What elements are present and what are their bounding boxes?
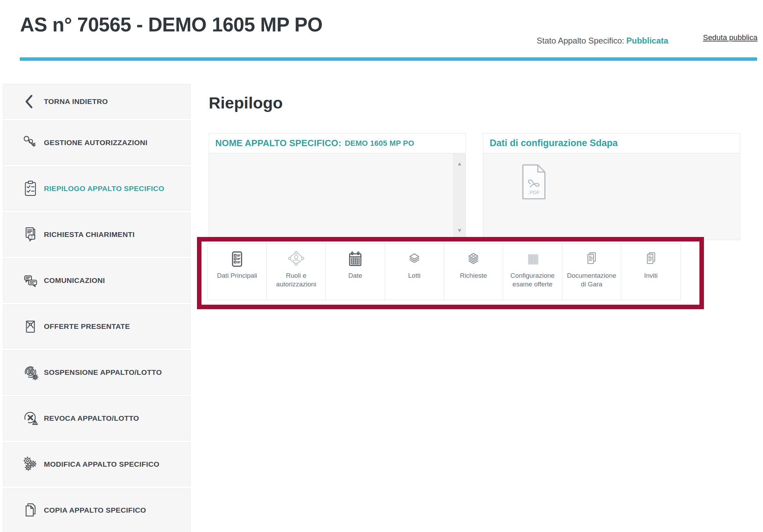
seduta-pubblica-link[interactable]: Seduta pubblica bbox=[703, 33, 757, 42]
clipboard-checklist-icon bbox=[22, 180, 39, 197]
sidebar-item-label: GESTIONE AUTORIZZAZIONI bbox=[44, 139, 148, 147]
documents-icon bbox=[642, 249, 660, 269]
layers-stack-icon bbox=[405, 249, 423, 269]
shortcut-documentazione-di-gara[interactable]: Documentazione di Gara bbox=[562, 244, 621, 300]
sidebar-item-label: RIEPILOGO APPALTO SPECIFICO bbox=[44, 184, 164, 193]
document-question-icon: ? bbox=[22, 226, 39, 243]
shortcut-date[interactable]: Date bbox=[326, 244, 385, 300]
sdapa-config-panel: Dati di configurazione Sdapa .PDF bbox=[483, 133, 740, 240]
sidebar-item-label: REVOCA APPALTO/LOTTO bbox=[44, 414, 139, 422]
page-section-title: Riepilogo bbox=[209, 93, 283, 112]
shortcut-label: Inviti bbox=[644, 272, 658, 280]
highlight-border-box: Dati PrincipaliRuoli e autorizzazioniDat… bbox=[197, 237, 704, 309]
shortcut-label: Lotti bbox=[408, 272, 421, 280]
layers-stack-dense-icon bbox=[464, 249, 482, 269]
svg-text:?: ? bbox=[31, 235, 33, 239]
package-ribbon-icon bbox=[22, 318, 39, 335]
sdapa-config-panel-header: Dati di configurazione Sdapa bbox=[483, 133, 740, 153]
cancel-circle-warning-icon bbox=[22, 410, 39, 427]
header-divider bbox=[20, 57, 757, 61]
copy-pages-icon bbox=[22, 502, 39, 519]
sidebar-item-copia-appalto-specifico[interactable]: COPIA APPALTO SPECIFICO bbox=[3, 488, 191, 532]
sidebar-item-sospensione-appalto-lotto[interactable]: SOSPENSIONE APPALTO/LOTTO bbox=[3, 350, 191, 395]
shortcut-lotti[interactable]: Lotti bbox=[385, 244, 444, 300]
sdapa-config-panel-body: .PDF bbox=[483, 153, 740, 240]
sidebar-item-richiesta-chiarimenti[interactable]: ?RICHIESTA CHIARIMENTI bbox=[3, 212, 191, 257]
sidebar-item-label: RICHIESTA CHIARIMENTI bbox=[44, 230, 135, 239]
shortcut-label: Documentazione di Gara bbox=[564, 272, 619, 288]
nome-appalto-panel-header: NOME APPALTO SPECIFICO: DEMO 1605 MP PO bbox=[209, 133, 465, 153]
status-line: Stato Appalto Specifico:Pubblicata bbox=[537, 36, 668, 46]
chat-bubbles-icon bbox=[22, 272, 39, 289]
shortcut-richieste[interactable]: Richieste bbox=[444, 244, 503, 300]
sidebar-item-label: COMUNICAZIONI bbox=[44, 276, 105, 285]
grid-circles-icon bbox=[524, 249, 541, 269]
sidebar-item-riepilogo-appalto-specifico[interactable]: RIEPILOGO APPALTO SPECIFICO bbox=[3, 167, 191, 211]
sidebar-item-label: OFFERTE PRESENTATE bbox=[44, 322, 130, 331]
gears-icon bbox=[22, 456, 39, 473]
sidebar-item-offerte-presentate[interactable]: OFFERTE PRESENTATE bbox=[3, 304, 191, 349]
page-title: AS n° 70565 - DEMO 1605 MP PO bbox=[20, 13, 322, 36]
shortcut-inviti[interactable]: Inviti bbox=[621, 244, 680, 300]
keys-icon bbox=[22, 134, 39, 151]
pdf-file-icon[interactable]: .PDF bbox=[520, 164, 548, 198]
sdapa-config-title: Dati di configurazione Sdapa bbox=[490, 138, 618, 149]
sidebar-item-gestione-autorizzazioni[interactable]: GESTIONE AUTORIZZAZIONI bbox=[3, 121, 191, 165]
sidebar-item-comunicazioni[interactable]: COMUNICAZIONI bbox=[3, 258, 191, 303]
shortcut-label: Dati Principali bbox=[217, 272, 257, 280]
sidebar-item-torna-indietro[interactable]: TORNA INDIETRO bbox=[3, 84, 191, 119]
shortcut-ruoli-e-autorizzazioni[interactable]: Ruoli e autorizzazioni bbox=[267, 244, 326, 300]
summary-shortcut-row: Dati PrincipaliRuoli e autorizzazioniDat… bbox=[207, 244, 681, 300]
sidebar-item-label: COPIA APPALTO SPECIFICO bbox=[44, 506, 146, 514]
nome-appalto-value: DEMO 1605 MP PO bbox=[345, 139, 414, 148]
svg-text:.PDF: .PDF bbox=[528, 190, 540, 195]
sidebar-item-modifica-appalto-specifico[interactable]: MODIFICA APPALTO SPECIFICO bbox=[3, 442, 191, 486]
sidebar-item-label: TORNA INDIETRO bbox=[44, 97, 108, 106]
nome-appalto-label: NOME APPALTO SPECIFICO: bbox=[215, 138, 341, 149]
sidebar: TORNA INDIETROGESTIONE AUTORIZZAZIONIRIE… bbox=[3, 84, 191, 532]
back-chevron-icon bbox=[22, 93, 39, 110]
shortcut-dati-principali[interactable]: Dati Principali bbox=[208, 244, 267, 300]
sidebar-item-label: MODIFICA APPALTO SPECIFICO bbox=[44, 460, 159, 468]
scroll-up-arrow[interactable]: ▲ bbox=[454, 161, 465, 166]
sidebar-item-label: SOSPENSIONE APPALTO/LOTTO bbox=[44, 368, 162, 377]
shortcut-label: Richieste bbox=[460, 272, 487, 280]
calendar-icon bbox=[346, 249, 364, 269]
shortcut-label: Date bbox=[348, 272, 362, 280]
nome-appalto-panel: NOME APPALTO SPECIFICO: DEMO 1605 MP PO … bbox=[209, 133, 466, 239]
documents-icon bbox=[583, 249, 601, 269]
roles-network-icon bbox=[287, 249, 305, 269]
scrollbar[interactable]: ▲ ▼ bbox=[453, 153, 465, 238]
shortcut-configurazione-esame-offerte[interactable]: Configurazione esame offerte bbox=[503, 244, 562, 300]
status-label: Stato Appalto Specifico: bbox=[537, 36, 624, 45]
shortcut-label: Configurazione esame offerte bbox=[505, 272, 560, 288]
pause-circle-gear-icon bbox=[22, 364, 39, 381]
nome-appalto-panel-body: ▲ ▼ bbox=[209, 153, 465, 238]
scroll-down-arrow[interactable]: ▼ bbox=[454, 228, 465, 233]
sidebar-item-revoca-appalto-lotto[interactable]: REVOCA APPALTO/LOTTO bbox=[3, 396, 191, 440]
status-badge: Pubblicata bbox=[627, 36, 668, 45]
shortcut-label: Ruoli e autorizzazioni bbox=[269, 272, 323, 288]
clipboard-list-icon bbox=[228, 249, 246, 269]
